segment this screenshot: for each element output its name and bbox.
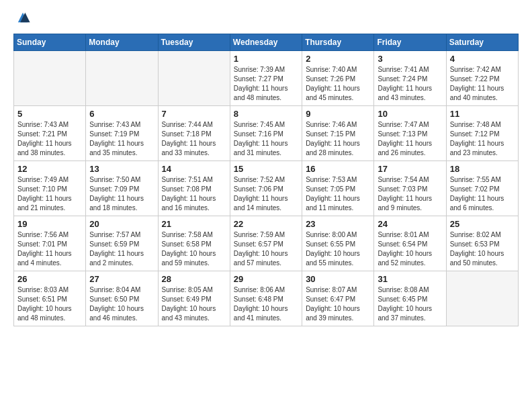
calendar-page: SundayMondayTuesdayWednesdayThursdayFrid… — [0, 0, 532, 411]
week-row-3: 12Sunrise: 7:49 AM Sunset: 7:10 PM Dayli… — [14, 161, 519, 216]
calendar-cell: 23Sunrise: 8:00 AM Sunset: 6:55 PM Dayli… — [302, 216, 374, 271]
day-number: 2 — [306, 54, 370, 64]
weekday-header-saturday: Saturday — [446, 34, 518, 51]
day-number: 6 — [89, 109, 154, 119]
week-row-2: 5Sunrise: 7:43 AM Sunset: 7:21 PM Daylig… — [14, 106, 519, 161]
day-detail: Sunrise: 8:01 AM Sunset: 6:54 PM Dayligh… — [378, 230, 442, 268]
day-detail: Sunrise: 7:43 AM Sunset: 7:21 PM Dayligh… — [17, 120, 82, 158]
day-detail: Sunrise: 7:52 AM Sunset: 7:06 PM Dayligh… — [234, 175, 298, 213]
day-detail: Sunrise: 7:45 AM Sunset: 7:16 PM Dayligh… — [234, 120, 298, 158]
day-number: 28 — [162, 274, 226, 284]
day-detail: Sunrise: 7:40 AM Sunset: 7:26 PM Dayligh… — [306, 65, 370, 103]
day-detail: Sunrise: 8:06 AM Sunset: 6:48 PM Dayligh… — [234, 285, 298, 323]
day-number: 21 — [162, 219, 226, 229]
calendar-cell: 11Sunrise: 7:48 AM Sunset: 7:12 PM Dayli… — [446, 106, 518, 161]
calendar-cell: 10Sunrise: 7:47 AM Sunset: 7:13 PM Dayli… — [374, 106, 446, 161]
calendar-cell — [446, 271, 518, 326]
weekday-header-thursday: Thursday — [302, 34, 374, 51]
calendar-cell: 22Sunrise: 7:59 AM Sunset: 6:57 PM Dayli… — [230, 216, 302, 271]
day-number: 25 — [450, 219, 515, 229]
calendar-cell: 4Sunrise: 7:42 AM Sunset: 7:22 PM Daylig… — [446, 51, 518, 106]
day-number: 11 — [450, 109, 515, 119]
weekday-header-monday: Monday — [86, 34, 158, 51]
day-detail: Sunrise: 7:50 AM Sunset: 7:09 PM Dayligh… — [89, 175, 154, 213]
day-number: 26 — [17, 274, 82, 284]
day-number: 8 — [234, 109, 298, 119]
day-number: 24 — [378, 219, 442, 229]
day-number: 7 — [162, 109, 226, 119]
day-number: 22 — [234, 219, 298, 229]
day-detail: Sunrise: 8:03 AM Sunset: 6:51 PM Dayligh… — [17, 285, 82, 323]
calendar-cell: 6Sunrise: 7:43 AM Sunset: 7:19 PM Daylig… — [86, 106, 158, 161]
calendar-cell: 8Sunrise: 7:45 AM Sunset: 7:16 PM Daylig… — [230, 106, 302, 161]
day-detail: Sunrise: 7:58 AM Sunset: 6:58 PM Dayligh… — [162, 230, 226, 268]
day-number: 4 — [450, 54, 515, 64]
calendar-cell: 17Sunrise: 7:54 AM Sunset: 7:03 PM Dayli… — [374, 161, 446, 216]
day-number: 17 — [378, 164, 442, 174]
calendar-cell: 2Sunrise: 7:40 AM Sunset: 7:26 PM Daylig… — [302, 51, 374, 106]
calendar-cell: 13Sunrise: 7:50 AM Sunset: 7:09 PM Dayli… — [86, 161, 158, 216]
logo — [13, 11, 31, 27]
calendar-cell — [158, 51, 230, 106]
day-number: 30 — [306, 274, 370, 284]
week-row-1: 1Sunrise: 7:39 AM Sunset: 7:27 PM Daylig… — [14, 51, 519, 106]
logo-icon — [15, 11, 31, 24]
calendar-cell: 14Sunrise: 7:51 AM Sunset: 7:08 PM Dayli… — [158, 161, 230, 216]
day-detail: Sunrise: 7:48 AM Sunset: 7:12 PM Dayligh… — [450, 120, 515, 158]
calendar-cell: 26Sunrise: 8:03 AM Sunset: 6:51 PM Dayli… — [14, 271, 86, 326]
calendar-cell: 19Sunrise: 7:56 AM Sunset: 7:01 PM Dayli… — [14, 216, 86, 271]
day-detail: Sunrise: 7:53 AM Sunset: 7:05 PM Dayligh… — [306, 175, 370, 213]
day-number: 10 — [378, 109, 442, 119]
day-number: 19 — [17, 219, 82, 229]
weekday-header-tuesday: Tuesday — [158, 34, 230, 51]
day-detail: Sunrise: 7:42 AM Sunset: 7:22 PM Dayligh… — [450, 65, 515, 103]
calendar-cell: 29Sunrise: 8:06 AM Sunset: 6:48 PM Dayli… — [230, 271, 302, 326]
day-number: 15 — [234, 164, 298, 174]
calendar-cell: 30Sunrise: 8:07 AM Sunset: 6:47 PM Dayli… — [302, 271, 374, 326]
day-detail: Sunrise: 8:08 AM Sunset: 6:45 PM Dayligh… — [378, 285, 442, 323]
calendar-cell: 25Sunrise: 8:02 AM Sunset: 6:53 PM Dayli… — [446, 216, 518, 271]
weekday-header-wednesday: Wednesday — [230, 34, 302, 51]
day-number: 14 — [162, 164, 226, 174]
day-detail: Sunrise: 8:05 AM Sunset: 6:49 PM Dayligh… — [162, 285, 226, 323]
calendar-cell: 3Sunrise: 7:41 AM Sunset: 7:24 PM Daylig… — [374, 51, 446, 106]
day-number: 16 — [306, 164, 370, 174]
header — [13, 11, 519, 27]
week-row-5: 26Sunrise: 8:03 AM Sunset: 6:51 PM Dayli… — [14, 271, 519, 326]
day-number: 12 — [17, 164, 82, 174]
week-row-4: 19Sunrise: 7:56 AM Sunset: 7:01 PM Dayli… — [14, 216, 519, 271]
day-detail: Sunrise: 8:00 AM Sunset: 6:55 PM Dayligh… — [306, 230, 370, 268]
day-detail: Sunrise: 7:55 AM Sunset: 7:02 PM Dayligh… — [450, 175, 515, 213]
calendar-cell: 5Sunrise: 7:43 AM Sunset: 7:21 PM Daylig… — [14, 106, 86, 161]
calendar-cell: 15Sunrise: 7:52 AM Sunset: 7:06 PM Dayli… — [230, 161, 302, 216]
day-number: 29 — [234, 274, 298, 284]
day-detail: Sunrise: 7:51 AM Sunset: 7:08 PM Dayligh… — [162, 175, 226, 213]
calendar-cell: 24Sunrise: 8:01 AM Sunset: 6:54 PM Dayli… — [374, 216, 446, 271]
day-detail: Sunrise: 7:54 AM Sunset: 7:03 PM Dayligh… — [378, 175, 442, 213]
calendar-cell: 9Sunrise: 7:46 AM Sunset: 7:15 PM Daylig… — [302, 106, 374, 161]
day-detail: Sunrise: 8:02 AM Sunset: 6:53 PM Dayligh… — [450, 230, 515, 268]
day-detail: Sunrise: 7:44 AM Sunset: 7:18 PM Dayligh… — [162, 120, 226, 158]
day-number: 3 — [378, 54, 442, 64]
day-number: 31 — [378, 274, 442, 284]
calendar-cell: 16Sunrise: 7:53 AM Sunset: 7:05 PM Dayli… — [302, 161, 374, 216]
calendar-cell: 31Sunrise: 8:08 AM Sunset: 6:45 PM Dayli… — [374, 271, 446, 326]
day-number: 18 — [450, 164, 515, 174]
day-detail: Sunrise: 8:04 AM Sunset: 6:50 PM Dayligh… — [89, 285, 154, 323]
day-detail: Sunrise: 7:59 AM Sunset: 6:57 PM Dayligh… — [234, 230, 298, 268]
day-number: 1 — [234, 54, 298, 64]
calendar-cell — [86, 51, 158, 106]
calendar-cell: 20Sunrise: 7:57 AM Sunset: 6:59 PM Dayli… — [86, 216, 158, 271]
day-number: 27 — [89, 274, 154, 284]
day-detail: Sunrise: 7:41 AM Sunset: 7:24 PM Dayligh… — [378, 65, 442, 103]
calendar-cell: 28Sunrise: 8:05 AM Sunset: 6:49 PM Dayli… — [158, 271, 230, 326]
day-detail: Sunrise: 7:43 AM Sunset: 7:19 PM Dayligh… — [89, 120, 154, 158]
weekday-header-sunday: Sunday — [14, 34, 86, 51]
calendar-cell: 1Sunrise: 7:39 AM Sunset: 7:27 PM Daylig… — [230, 51, 302, 106]
day-detail: Sunrise: 7:47 AM Sunset: 7:13 PM Dayligh… — [378, 120, 442, 158]
day-number: 9 — [306, 109, 370, 119]
day-detail: Sunrise: 7:49 AM Sunset: 7:10 PM Dayligh… — [17, 175, 82, 213]
day-detail: Sunrise: 7:39 AM Sunset: 7:27 PM Dayligh… — [234, 65, 298, 103]
day-number: 13 — [89, 164, 154, 174]
day-detail: Sunrise: 7:46 AM Sunset: 7:15 PM Dayligh… — [306, 120, 370, 158]
